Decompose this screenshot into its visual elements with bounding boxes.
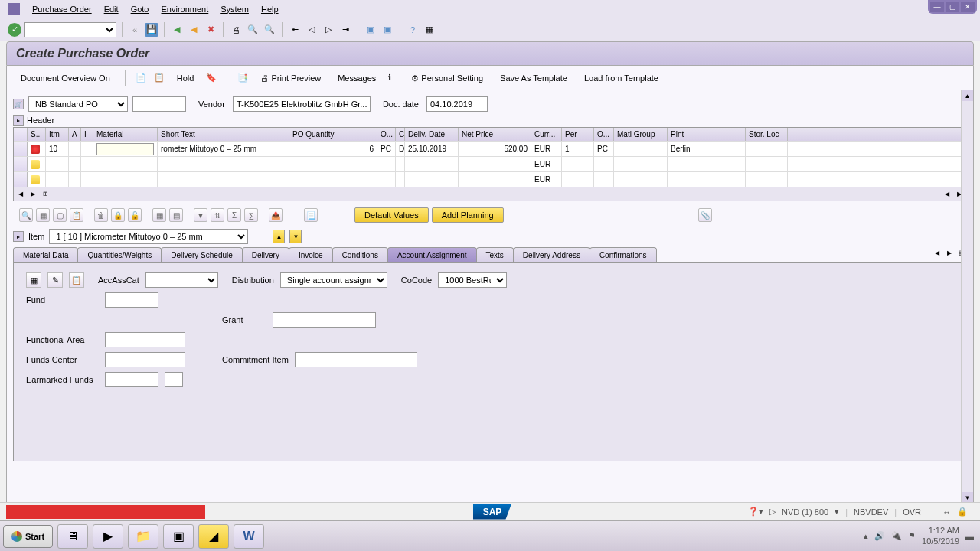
sort-icon[interactable]: ⇅ [211,208,224,222]
col-curr[interactable]: Curr... [531,128,562,141]
grid-corner[interactable] [14,128,28,141]
addl-planning-button[interactable]: Addl Planning [432,207,504,223]
personal-setting-button[interactable]: ⚙Personal Setting [407,71,488,86]
col-a[interactable]: A [69,128,81,141]
po-number-input[interactable] [132,96,186,112]
grant-input[interactable] [273,312,376,328]
detail-icon[interactable]: 🔍 [19,208,33,222]
exit-icon[interactable]: ◀ [187,23,201,37]
info-icon[interactable]: ℹ [388,73,399,83]
print-icon[interactable]: 🖨 [229,23,243,37]
next-page-icon[interactable]: ▷ [322,23,335,37]
col-itm[interactable]: Itm [46,128,69,141]
scroll-right-icon[interactable]: ▶ [28,188,38,199]
tab-next-icon[interactable]: ▶ [944,247,955,258]
help-icon[interactable]: ? [406,23,420,37]
col-opu[interactable]: O... [594,128,614,141]
command-field[interactable] [24,22,116,37]
row-selector[interactable] [14,157,28,171]
distribution-combo[interactable]: Single account assignm.. [280,272,387,288]
tab-delivery-schedule[interactable]: Delivery Schedule [161,247,243,262]
item-down-icon[interactable]: ▼ [289,230,302,243]
back-icon[interactable]: « [128,23,142,37]
first-page-icon[interactable]: ⇤ [288,23,302,37]
doc-type-combo[interactable]: NB Standard PO [28,96,128,112]
col-per[interactable]: Per [562,128,594,141]
enter-icon[interactable]: ✓ [8,23,21,37]
accasscat-combo[interactable] [145,272,218,288]
commitment-item-input[interactable] [295,352,417,367]
scroll-up-icon[interactable]: ▲ [962,90,973,101]
taskbar-powershell-icon[interactable]: ▶ [93,524,123,549]
check-icon[interactable]: 📑 [237,73,248,83]
tray-desktop-icon[interactable]: ▬ [965,532,974,541]
tray-flag-icon[interactable]: ⚑ [908,531,916,541]
sum-icon[interactable]: Σ [227,208,241,222]
menu-help[interactable]: Help [255,2,285,17]
tab-prev-icon[interactable]: ◀ [932,247,942,258]
scroll-left-icon[interactable]: ◀ [15,188,26,199]
new-session-icon[interactable]: ▣ [364,23,377,37]
material-input[interactable] [96,143,154,155]
load-template-button[interactable]: Load from Template [580,71,663,85]
tab-conditions[interactable]: Conditions [332,247,388,262]
default-values-button[interactable]: Default Values [354,207,429,223]
filter-icon[interactable]: ▼ [194,208,207,222]
vendor-input[interactable] [233,96,371,112]
col-material[interactable]: Material [93,128,158,141]
item-combo[interactable]: 1 [ 10 ] Micrometer Mitutoyo 0 – 25 mm [49,229,248,244]
grid-config-icon[interactable]: ⊞ [40,188,51,199]
find-next-icon[interactable]: 🔍 [263,23,276,37]
layout-icon[interactable]: ▤ [169,208,183,222]
tab-delivery-address[interactable]: Delivery Address [513,247,590,262]
col-status[interactable]: S.. [28,128,46,141]
close-button[interactable]: ✕ [961,2,975,12]
status-dropdown-icon[interactable]: ▾ [835,507,839,517]
tab-delivery[interactable]: Delivery [242,247,289,262]
text-icon[interactable]: 📃 [304,208,318,222]
lock-icon[interactable]: 🔒 [111,208,125,222]
create-icon[interactable]: 📄 [136,73,146,83]
header-collapse-icon[interactable]: ▸ [13,115,24,126]
unlock-icon[interactable]: 🔓 [128,208,142,222]
scroll-left2-icon[interactable]: ◀ [942,188,952,199]
col-deliv[interactable]: Deliv. Date [405,128,459,141]
export-icon[interactable]: 📤 [269,208,283,222]
select-all-icon[interactable]: ▦ [36,208,50,222]
deselect-icon[interactable]: ▢ [53,208,67,222]
doc-type-icon[interactable]: 🛒 [13,99,24,109]
other-po-icon[interactable]: 📋 [154,73,165,83]
messages-button[interactable]: Messages [333,71,381,85]
park-icon[interactable]: 🔖 [206,73,217,83]
fund-input[interactable] [105,292,158,308]
col-price[interactable]: Net Price [459,128,531,141]
col-i[interactable]: I [81,128,93,141]
start-button[interactable]: Start [3,525,53,548]
row-selector[interactable] [14,172,28,187]
col-matlgrp[interactable]: Matl Group [614,128,668,141]
col-storloc[interactable]: Stor. Loc [746,128,788,141]
save-template-button[interactable]: Save As Template [495,71,572,85]
cocode-combo[interactable]: 1000 BestRu.. [438,272,507,288]
scroll-down-icon[interactable]: ▼ [962,492,973,503]
layout-icon[interactable]: ▦ [423,23,436,37]
delete-icon[interactable]: 🗑 [94,208,108,222]
menu-edit[interactable]: Edit [98,2,125,17]
cancel-icon[interactable]: ✖ [204,23,217,37]
grid-row[interactable]: 10 rometer Mitutoyo 0 – 25 mm 6 PC D 25.… [14,141,966,156]
shortcut-icon[interactable]: ▣ [381,23,394,37]
attachment-icon[interactable]: 📎 [698,208,712,222]
col-shorttext[interactable]: Short Text [158,128,289,141]
tray-network-icon[interactable]: 🔌 [891,531,902,541]
tab-quantities[interactable]: Quantities/Weights [77,247,162,262]
col-c[interactable]: C [396,128,405,141]
taskbar-sap-icon[interactable]: ▣ [163,524,194,549]
menu-environment[interactable]: Environment [155,2,214,17]
earmarked-funds-item-input[interactable] [165,372,183,387]
last-page-icon[interactable]: ⇥ [338,23,352,37]
find-icon[interactable]: 🔍 [246,23,260,37]
col-plnt[interactable]: Plnt [668,128,746,141]
tab-invoice[interactable]: Invoice [289,247,333,262]
taskbar-folder-icon[interactable]: 📁 [128,524,158,549]
item-up-icon[interactable]: ▲ [273,230,285,243]
